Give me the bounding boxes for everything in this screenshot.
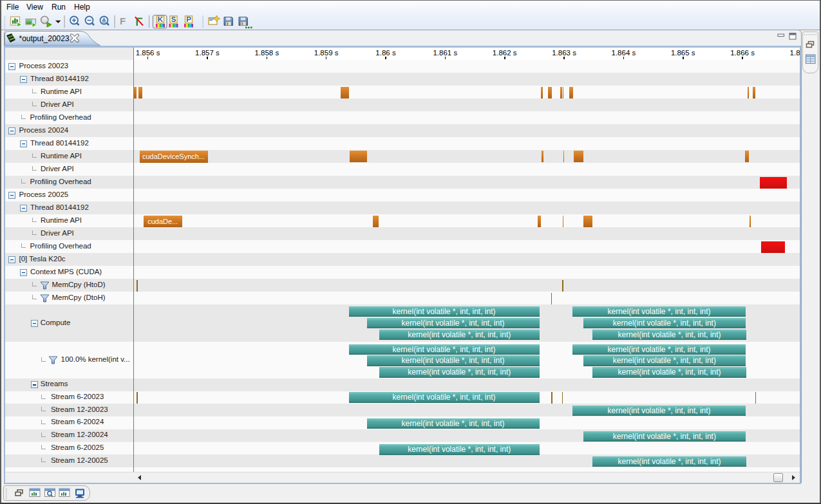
svg-text:K: K <box>158 15 164 23</box>
svg-text:S: S <box>171 15 176 23</box>
svg-text:P: P <box>186 15 191 23</box>
svg-text:F: F <box>120 15 126 26</box>
